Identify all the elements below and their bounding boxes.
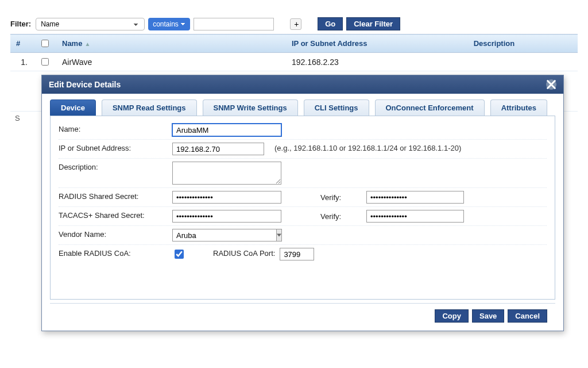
tab-onconnect[interactable]: OnConnect Enforcement <box>375 99 485 116</box>
filter-add-button[interactable]: + <box>290 18 301 30</box>
filter-label: Filter: <box>10 20 31 28</box>
col-ip[interactable]: IP or Subnet Address <box>286 34 468 53</box>
coa-port-input[interactable] <box>280 248 314 260</box>
coa-checkbox[interactable] <box>175 250 184 259</box>
modal-tabs: Device SNMP Read Settings SNMP Write Set… <box>50 99 555 116</box>
vendor-input[interactable] <box>172 229 276 241</box>
modal-title-text: Edit Device Details <box>49 80 121 89</box>
tacacs-secret-input[interactable] <box>172 210 281 223</box>
desc-textarea[interactable] <box>172 162 281 185</box>
tacacs-verify-input[interactable] <box>366 210 464 223</box>
desc-label: Description: <box>59 162 168 171</box>
coa-label: Enable RADIUS CoA: <box>59 248 168 258</box>
filter-match-select[interactable]: contains <box>148 18 190 30</box>
col-num[interactable]: # <box>10 34 33 53</box>
ip-label: IP or Subnet Address: <box>59 143 168 152</box>
row-num: 1. <box>10 53 33 71</box>
radius-verify-input[interactable] <box>366 191 464 204</box>
row-desc <box>468 53 578 71</box>
name-input[interactable] <box>172 124 281 136</box>
filter-clear-button[interactable]: Clear Filter <box>346 17 400 30</box>
save-button[interactable]: Save <box>472 309 504 323</box>
cancel-button[interactable]: Cancel <box>508 309 547 323</box>
tacacs-verify-label: Verify: <box>320 212 361 221</box>
col-check[interactable] <box>33 34 56 53</box>
col-desc[interactable]: Description <box>468 34 578 53</box>
col-name[interactable]: Name▲ <box>56 34 286 53</box>
vendor-combobox[interactable] <box>172 229 281 241</box>
device-tab-pane: Name: IP or Subnet Address: (e.g., 192.1… <box>50 116 555 300</box>
table-row[interactable]: 1. AirWave 192.168.2.23 <box>10 53 578 71</box>
row-checkbox[interactable] <box>41 58 49 66</box>
filter-bar: Filter: Name contains + Go Clear Filter <box>10 0 578 34</box>
modal-footer: Copy Save Cancel <box>50 303 555 328</box>
radius-secret-input[interactable] <box>172 191 281 204</box>
filter-value-input[interactable] <box>194 18 274 30</box>
modal-titlebar: Edit Device Details <box>42 75 563 94</box>
tab-attributes[interactable]: Attributes <box>490 99 547 116</box>
radius-secret-label: RADIUS Shared Secret: <box>59 191 168 201</box>
filter-go-button[interactable]: Go <box>318 17 343 30</box>
copy-button[interactable]: Copy <box>435 309 469 323</box>
col-name-label: Name <box>62 39 82 48</box>
filter-field-select[interactable]: Name <box>36 18 145 30</box>
coa-port-label: RADIUS CoA Port: <box>213 248 275 258</box>
vendor-label: Vendor Name: <box>59 229 168 239</box>
name-label: Name: <box>59 124 168 133</box>
ip-hint: (e.g., 192.168.1.10 or 192.168.1.1/24 or… <box>274 143 461 152</box>
row-name[interactable]: AirWave <box>56 53 286 71</box>
select-all-checkbox[interactable] <box>41 40 49 47</box>
tacacs-secret-label: TACACS+ Shared Secret: <box>59 210 168 220</box>
radius-verify-label: Verify: <box>320 193 361 202</box>
chevron-down-icon[interactable] <box>276 229 282 241</box>
sort-asc-icon: ▲ <box>84 41 90 47</box>
tab-snmp-read[interactable]: SNMP Read Settings <box>102 99 197 116</box>
tab-device[interactable]: Device <box>50 99 96 116</box>
tab-cli[interactable]: CLI Settings <box>304 99 369 116</box>
edit-device-modal: Edit Device Details Device SNMP Read Set… <box>41 75 564 331</box>
ip-input[interactable] <box>172 143 264 155</box>
tab-snmp-write[interactable]: SNMP Write Settings <box>203 99 298 116</box>
close-icon[interactable] <box>546 79 556 90</box>
row-ip: 192.168.2.23 <box>286 53 468 71</box>
